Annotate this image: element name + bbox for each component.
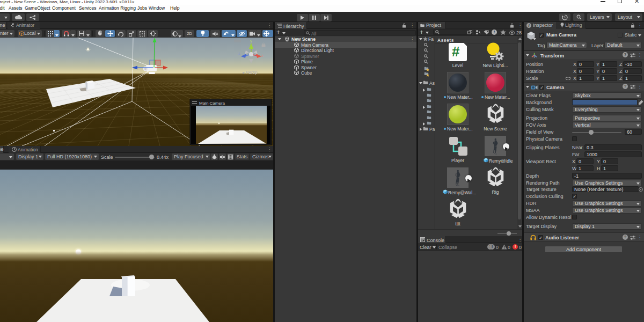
- svg-text:Main Camera: Main Camera: [199, 101, 225, 106]
- svg-text:◂ Persp: ◂ Persp: [242, 70, 258, 75]
- svg-text:z: z: [238, 52, 240, 55]
- svg-text:x: x: [261, 54, 264, 57]
- svg-text:y: y: [250, 39, 252, 43]
